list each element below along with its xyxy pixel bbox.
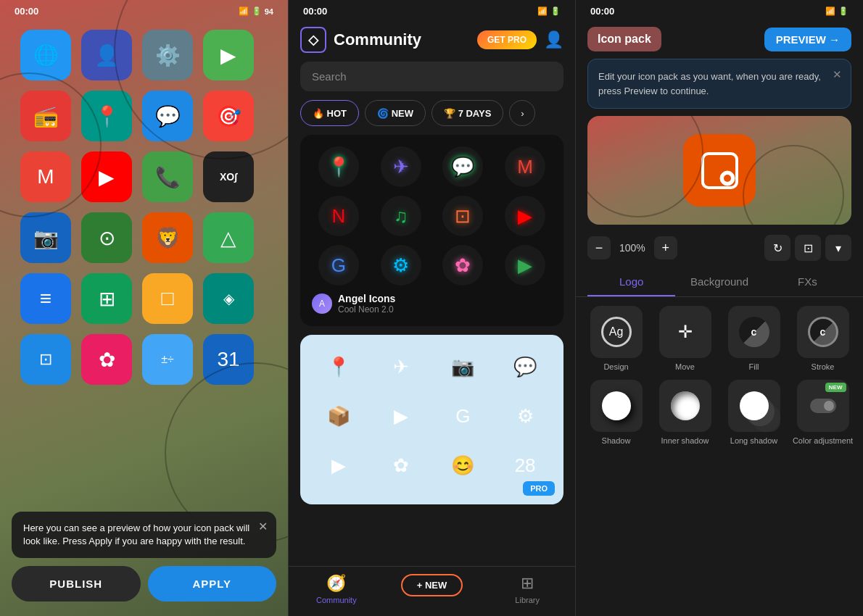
design-effect-item[interactable]: Ag Design [585, 306, 648, 371]
xos-icon[interactable]: XO∫ [203, 151, 254, 202]
fxs-tab[interactable]: FXs [764, 268, 851, 296]
color-adj-item[interactable]: NEW Color adjustment [791, 380, 854, 445]
calc-icon[interactable]: ±÷ [142, 334, 193, 385]
maps-icon[interactable]: 📍 [81, 91, 132, 141]
7days-filter-tab[interactable]: 🏆 7 DAYS [432, 100, 503, 126]
color-adj-label: Color adjustment [793, 436, 853, 445]
shadow-thumb [590, 380, 643, 432]
fit-view-btn[interactable]: ⊡ [795, 235, 821, 261]
editor-header: Icon pack PREVIEW → [576, 22, 863, 59]
pack1-avatar: A [312, 294, 332, 314]
status-bar-3: 00:00 📶 🔋 [576, 0, 863, 22]
inv-icon[interactable]: ◈ [203, 273, 254, 324]
tooltip-text: Edit your icon pack as you want, when yo… [598, 71, 821, 96]
home-screen-panel: 00:00 📶 🔋 94 🌐 👤 ⚙️ ▶ 📻 📍 💬 🎯 M ▶ 📞 XO∫ … [0, 0, 288, 616]
rotate-view-btn[interactable]: ↻ [764, 235, 790, 261]
design-thumb: Ag [590, 306, 643, 358]
app-grid: 🌐 👤 ⚙️ ▶ 📻 📍 💬 🎯 M ▶ 📞 XO∫ 📷 ⊙ 🦁 △ ≡ ⊞ □… [0, 22, 288, 392]
zoom-out-btn[interactable]: − [587, 236, 611, 259]
toast-close-btn[interactable]: ✕ [258, 519, 268, 535]
action-buttons: PUBLISH APPLY [12, 566, 276, 602]
community-title-group: ◇ Community [300, 27, 421, 53]
new-nav-btn[interactable]: + NEW [401, 574, 463, 596]
3d-face-icon: 😊 [442, 445, 483, 486]
calendar-icon[interactable]: 31 [203, 334, 254, 385]
stroke-effect-item[interactable]: c Stroke [791, 306, 854, 371]
neon-youtube-icon: ▶ [505, 196, 545, 236]
settings-icon[interactable]: ⚙️ [142, 30, 193, 80]
zoom-controls: − 100% + [587, 236, 677, 259]
inner-shadow-item[interactable]: Inner shadow [653, 380, 717, 445]
long-shadow-item[interactable]: Long shadow [722, 380, 785, 445]
publish-button[interactable]: PUBLISH [12, 566, 141, 602]
fill-effect-item[interactable]: c Fill [722, 306, 785, 371]
pinwheel-icon[interactable]: ✿ [81, 334, 132, 385]
messages-icon[interactable]: 💬 [142, 91, 193, 141]
library-nav-icon: ⊞ [521, 574, 534, 593]
toast-text: Here you can see a preview of how your i… [23, 523, 249, 546]
color-adj-toggle[interactable] [810, 399, 836, 413]
search-placeholder: Search [312, 70, 347, 83]
gmail-icon[interactable]: M [20, 151, 71, 202]
community-title: Community [334, 30, 421, 49]
3d-translate-icon: G [442, 396, 483, 436]
stroke-thumb: c [797, 306, 849, 358]
community-nav-label: Community [316, 596, 357, 604]
inner-shadow-thumb [659, 380, 711, 432]
library-nav-item[interactable]: ⊞ Library [479, 574, 575, 604]
more-view-btn[interactable]: ▾ [825, 235, 851, 261]
contacts-icon[interactable]: 👤 [81, 30, 132, 80]
logo-tab[interactable]: Logo [587, 268, 675, 296]
get-pro-button[interactable]: GET PRO [477, 30, 537, 49]
shadow-effects-grid: Shadow Inner shadow Long shadow NEW Colo… [576, 380, 863, 445]
pack1-name: Cool Neon 2.0 [338, 304, 395, 315]
tooltip-close-btn[interactable]: ✕ [833, 67, 842, 83]
status-icons-3: 📶 🔋 [825, 7, 848, 16]
3d-telegram-icon: ✈ [381, 346, 421, 387]
fill-thumb: c [728, 306, 780, 358]
profile-icon[interactable]: 👤 [544, 30, 563, 49]
play-store-icon[interactable]: ▶ [203, 30, 254, 80]
shadow-item[interactable]: Shadow [585, 380, 648, 445]
move-label: Move [675, 362, 695, 371]
community-panel: 00:00 📶 🔋 ◇ Community GET PRO 👤 Search 🔥… [288, 0, 576, 616]
more-filter-btn[interactable]: › [509, 100, 535, 126]
chrome-icon[interactable]: 🌐 [20, 30, 71, 80]
3d-settings-icon: ⚙ [505, 396, 545, 436]
neon-pack-card[interactable]: 📍 ✈ 💬 M N ♫ ⊡ ▶ G ⚙ ✿ ▶ A Angel Icons Co… [300, 135, 563, 326]
docs-icon[interactable]: ≡ [20, 273, 71, 324]
preview-button[interactable]: PREVIEW → [764, 28, 851, 51]
neon-pack-grid: 📍 ✈ 💬 M N ♫ ⊡ ▶ G ⚙ ✿ ▶ [312, 146, 552, 286]
3d-pack-card[interactable]: 📍 ✈ 📷 💬 📦 ▶ G ⚙ ▶ ✿ 😊 28 PRO [300, 335, 563, 504]
effects-grid: Ag Design ✛ Move c Fill c Stroke [576, 306, 863, 380]
zoom-in-btn[interactable]: + [654, 236, 677, 259]
youtube-icon[interactable]: ▶ [81, 151, 132, 202]
drive-icon[interactable]: △ [203, 212, 254, 263]
app-logo-icon: ◇ [300, 27, 326, 53]
camera-icon[interactable]: 📷 [20, 212, 71, 263]
phone-icon[interactable]: 📞 [142, 151, 193, 202]
move-effect-item[interactable]: ✛ Move [653, 306, 717, 371]
status-icons-1: 📶 🔋 94 [239, 7, 273, 16]
neon-whatsapp-icon: 💬 [442, 146, 483, 187]
gcal-icon[interactable]: ⊡ [20, 334, 71, 385]
hot-filter-tab[interactable]: 🔥 HOT [300, 100, 359, 126]
time-3: 00:00 [590, 6, 614, 17]
bottom-nav: 🧭 Community + NEW ⊞ Library [289, 566, 575, 616]
community-nav-item[interactable]: 🧭 Community [289, 574, 384, 604]
background-tab[interactable]: Background [675, 268, 763, 296]
zoom-bar: − 100% + ↻ ⊡ ▾ [576, 232, 863, 268]
sheets-icon[interactable]: ⊞ [81, 273, 132, 324]
library-nav-label: Library [515, 596, 540, 604]
preview-toast: Here you can see a preview of how your i… [12, 512, 276, 558]
search-bar[interactable]: Search [300, 62, 563, 91]
slides-icon[interactable]: □ [142, 273, 193, 324]
apply-button[interactable]: APPLY [148, 566, 277, 602]
app5-icon[interactable]: ⊙ [81, 212, 132, 263]
new-nav-item[interactable]: + NEW [384, 574, 480, 604]
new-filter-tab[interactable]: 🌀 NEW [365, 100, 426, 126]
target-icon[interactable]: 🎯 [203, 91, 254, 141]
radio-icon[interactable]: 📻 [20, 91, 71, 141]
long-shadow-thumb [728, 380, 780, 432]
brave-icon[interactable]: 🦁 [142, 212, 193, 263]
